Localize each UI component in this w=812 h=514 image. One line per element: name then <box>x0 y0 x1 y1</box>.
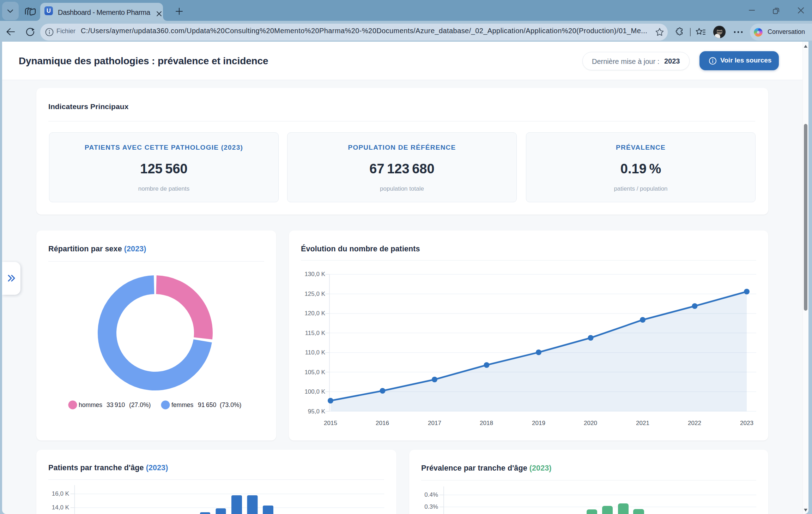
svg-text:(73.0%): (73.0%) <box>220 401 241 408</box>
svg-text:33 910: 33 910 <box>107 401 125 408</box>
svg-text:hommes: hommes <box>79 401 102 408</box>
svg-text:91 650: 91 650 <box>198 401 216 408</box>
svg-text:femmes: femmes <box>171 401 193 408</box>
svg-text:(27.0%): (27.0%) <box>129 401 151 408</box>
